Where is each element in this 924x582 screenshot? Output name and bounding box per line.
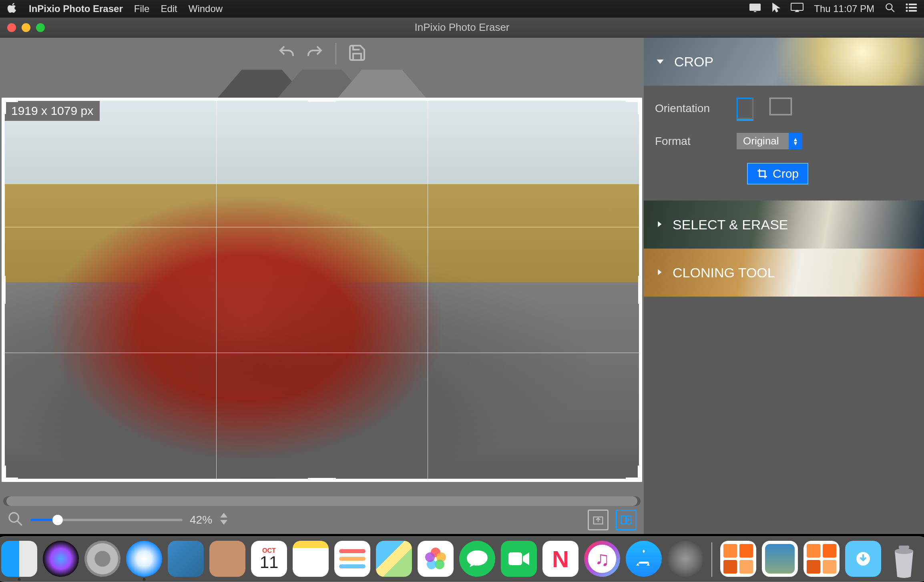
app-name[interactable]: InPixio Photo Eraser: [29, 3, 123, 14]
accordion-erase-title: SELECT & ERASE: [673, 217, 788, 233]
dock-app-notes[interactable]: [293, 541, 329, 577]
dock-app-messages[interactable]: [459, 541, 495, 577]
dock-app-settings[interactable]: [667, 541, 703, 577]
orientation-label: Orientation: [655, 102, 727, 115]
svg-point-5: [906, 4, 908, 6]
apple-menu-icon[interactable]: [7, 2, 18, 15]
crop-handle[interactable]: [638, 466, 640, 480]
svg-point-23: [895, 548, 913, 554]
svg-rect-0: [749, 4, 761, 11]
display-icon[interactable]: [749, 3, 761, 14]
screen-mirroring-icon[interactable]: [791, 3, 803, 15]
dock-app-appstore[interactable]: [626, 541, 662, 577]
select-arrows-icon: ▲▼: [789, 133, 802, 149]
maximize-button[interactable]: [36, 23, 45, 32]
menu-window[interactable]: Window: [189, 3, 223, 14]
macos-menubar: InPixio Photo Eraser File Edit Window Th…: [0, 0, 924, 18]
dock-stack-2[interactable]: [803, 541, 840, 577]
crop-button-label: Crop: [773, 167, 799, 181]
toolbar: [0, 38, 644, 70]
menu-edit[interactable]: Edit: [161, 3, 177, 14]
dock-app-reminders[interactable]: [334, 541, 370, 577]
dimensions-badge: 1919 x 1079 px: [5, 101, 100, 121]
accordion-crop-header[interactable]: CROP: [644, 38, 924, 86]
sidebar: CROP Orientation Format Original: [644, 38, 924, 534]
export-button[interactable]: [588, 510, 609, 530]
image-stage: 1919 x 1079 px: [0, 70, 644, 494]
crop-handle[interactable]: [638, 100, 640, 114]
svg-rect-24: [899, 546, 909, 549]
svg-rect-6: [909, 4, 917, 5]
save-button[interactable]: [348, 43, 367, 64]
crop-grid-line: [216, 101, 217, 479]
cursor-icon[interactable]: [771, 2, 780, 15]
zoom-slider[interactable]: [30, 519, 183, 521]
accordion-crop-title: CROP: [674, 54, 713, 70]
crop-handle[interactable]: [308, 100, 336, 102]
compare-view-button[interactable]: [616, 510, 637, 530]
dock-app-photos[interactable]: [418, 541, 454, 577]
image-frame: 1919 x 1079 px: [2, 98, 642, 482]
menu-file[interactable]: File: [134, 3, 150, 14]
dock-app-launchpad[interactable]: [84, 541, 121, 577]
crop-handle[interactable]: [4, 100, 6, 114]
orientation-portrait-button[interactable]: [737, 98, 753, 119]
dock-app-facetime[interactable]: [501, 541, 537, 577]
zoom-tool-icon[interactable]: [7, 511, 23, 530]
dock-app-calendar[interactable]: OCT 11: [251, 541, 287, 577]
svg-line-12: [17, 521, 22, 526]
accordion-clone-header[interactable]: CLONING TOOL: [644, 249, 924, 297]
toolbar-divider: [335, 43, 336, 64]
dock-app-contacts[interactable]: [209, 541, 245, 577]
format-select[interactable]: Original ▲▼: [737, 133, 802, 149]
clock[interactable]: Thu 11:07 PM: [814, 3, 874, 14]
dock-app-maps[interactable]: [376, 541, 412, 577]
zoom-stepper-icon[interactable]: [219, 513, 228, 528]
dock-stack-photo[interactable]: [762, 541, 798, 577]
dock-app-safari[interactable]: [126, 541, 162, 577]
status-bar: 42%: [0, 506, 644, 534]
svg-rect-10: [909, 10, 917, 12]
crop-handle[interactable]: [308, 478, 336, 480]
crop-grid-line: [5, 353, 639, 353]
crop-handle[interactable]: [638, 276, 640, 304]
window-controls: [7, 23, 45, 32]
redo-button[interactable]: [305, 43, 324, 64]
dock-app-siri[interactable]: [43, 541, 79, 577]
horizontal-scrollbar[interactable]: [3, 496, 641, 506]
accordion-clone-title: CLONING TOOL: [673, 265, 775, 281]
undo-button[interactable]: [277, 43, 296, 64]
svg-rect-8: [909, 7, 917, 8]
dock-app-itunes[interactable]: ♫: [584, 541, 620, 577]
dock-trash[interactable]: [887, 541, 923, 577]
dock-app-preview[interactable]: [168, 541, 204, 577]
dock-downloads[interactable]: [845, 541, 881, 577]
crop-grid-line: [428, 101, 428, 479]
crop-panel: Orientation Format Original ▲▼: [644, 86, 924, 201]
dock-separator: [711, 542, 712, 577]
dock-app-news[interactable]: N: [542, 541, 579, 577]
image-canvas[interactable]: 1919 x 1079 px: [5, 101, 639, 479]
close-button[interactable]: [7, 23, 16, 32]
chevron-right-icon: [655, 217, 664, 233]
accordion-erase-header[interactable]: SELECT & ERASE: [644, 201, 924, 249]
crop-handle[interactable]: [4, 276, 6, 304]
crop-handle[interactable]: [4, 466, 6, 480]
chevron-right-icon: [655, 265, 664, 281]
crop-button[interactable]: Crop: [747, 163, 808, 185]
svg-point-20: [425, 552, 435, 562]
titlebar[interactable]: InPixio Photo Eraser: [0, 18, 924, 38]
chevron-down-icon: [655, 54, 665, 70]
calendar-day: 11: [260, 554, 279, 570]
scrollbar-thumb[interactable]: [6, 496, 637, 506]
format-label: Format: [655, 135, 727, 148]
minimize-button[interactable]: [22, 23, 30, 32]
svg-point-3: [886, 4, 892, 10]
canvas-area: 1919 x 1079 px: [0, 38, 644, 534]
dock-stack-1[interactable]: [720, 541, 756, 577]
orientation-landscape-button[interactable]: [769, 98, 792, 115]
spotlight-icon[interactable]: [885, 2, 895, 15]
menu-list-icon[interactable]: [906, 3, 917, 14]
dock-app-finder[interactable]: [1, 541, 37, 577]
svg-rect-21: [508, 552, 522, 565]
